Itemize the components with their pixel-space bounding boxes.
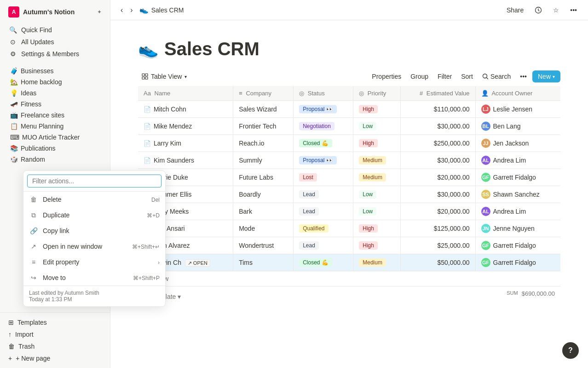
- sidebar-item-settings[interactable]: ⚙ Settings & Members: [3, 48, 107, 60]
- more-options-button[interactable]: •••: [516, 71, 530, 82]
- avatar: GF: [481, 173, 490, 182]
- sidebar-item-muo-tracker[interactable]: ⌨ MUO Article Tracker: [3, 132, 107, 143]
- menu-item-move-to[interactable]: ↪ Move to ⌘+Shift+P: [23, 270, 165, 286]
- cell-status[interactable]: Negotiation: [294, 118, 353, 135]
- share-button[interactable]: Share: [503, 5, 527, 16]
- menu-item-copy-link[interactable]: 🔗 Copy link: [23, 223, 165, 239]
- cell-priority[interactable]: Low: [353, 186, 400, 203]
- edited-by: Last edited by Autumn Smith: [29, 290, 160, 296]
- cell-owner: JJJen Jackson: [475, 135, 560, 152]
- filter-button[interactable]: Filter: [434, 71, 455, 82]
- sidebar-item-trash[interactable]: 🗑 Trash: [3, 340, 107, 352]
- cell-priority[interactable]: High: [353, 135, 400, 152]
- group-button[interactable]: Group: [407, 71, 432, 82]
- menu-item-label: Move to: [43, 274, 66, 281]
- cell-priority[interactable]: Medium: [353, 254, 400, 271]
- favorite-button[interactable]: ☆: [549, 5, 563, 16]
- sidebar-item-publications[interactable]: 📚 Publications: [3, 143, 107, 154]
- cell-value: $30,000.00: [400, 152, 475, 169]
- status-badge: Closed 💪: [299, 139, 332, 147]
- col-company-icon: ≡: [239, 90, 242, 97]
- sidebar-item-menu-planning[interactable]: 📋 Menu Planning: [3, 121, 107, 132]
- workspace-switcher[interactable]: A Autumn's Notion ✦: [3, 4, 107, 20]
- sidebar-item-fitness[interactable]: 🛹 Fitness: [3, 99, 107, 110]
- forward-button[interactable]: ›: [127, 4, 135, 16]
- page-title-emoji: 👟: [138, 40, 159, 59]
- cell-priority[interactable]: Medium: [353, 169, 400, 186]
- company-value: Mode: [239, 225, 255, 232]
- new-record-button[interactable]: New ▾: [532, 70, 560, 82]
- cell-name[interactable]: 📄Mitch Cohn: [138, 101, 233, 118]
- cell-status[interactable]: Closed 💪: [294, 135, 353, 152]
- cell-priority[interactable]: High: [353, 220, 400, 237]
- sort-button[interactable]: Sort: [457, 71, 477, 82]
- cell-priority[interactable]: Low: [353, 203, 400, 220]
- sidebar-item-home-backlog[interactable]: 🏡 Home backlog: [3, 76, 107, 88]
- menu-item-label: Edit property: [43, 258, 79, 266]
- cell-status[interactable]: Lead: [294, 186, 353, 203]
- cell-status[interactable]: Qualified: [294, 220, 353, 237]
- context-menu-items: 🗑 Delete Del ⧉ Duplicate ⌘+D 🔗 Copy link…: [23, 192, 165, 286]
- menu-shortcut: Del: [151, 197, 160, 203]
- sidebar-item-freelance-sites[interactable]: 📺 Freelance sites: [3, 110, 107, 121]
- table-view-button[interactable]: Table View ▾: [138, 71, 190, 82]
- table-row[interactable]: 📄Mitch Cohn Sales Wizard Proposal 👀 High…: [138, 101, 560, 118]
- add-new-row[interactable]: + + New: [138, 271, 560, 286]
- cell-priority[interactable]: High: [353, 101, 400, 118]
- search-label: Search: [490, 73, 511, 80]
- table-row[interactable]: 📄Larry Kim Reach.io Closed 💪 High $250,0…: [138, 135, 560, 152]
- cell-name[interactable]: 📄Mike Mendez: [138, 118, 233, 135]
- cell-status[interactable]: Lead: [294, 203, 353, 220]
- properties-button[interactable]: Properties: [368, 71, 405, 82]
- history-button[interactable]: [531, 5, 546, 16]
- sidebar-item-templates[interactable]: ⊞ Templates: [3, 316, 107, 328]
- cell-name[interactable]: 📄Larry Kim: [138, 135, 233, 152]
- help-button[interactable]: ?: [562, 342, 579, 359]
- cell-name[interactable]: 📄Kim Saunders: [138, 152, 233, 169]
- table-row[interactable]: 📄Mary Meeks Bark Lead Low $20,000.00 ALA…: [138, 203, 560, 220]
- table-row[interactable]: 📄Kim Saunders Summly Proposal 👀 Medium $…: [138, 152, 560, 169]
- sidebar-item-all-updates[interactable]: ⊙ All Updates: [3, 36, 107, 48]
- cell-status[interactable]: Lost: [294, 169, 353, 186]
- table-row[interactable]: 📄Mike Mendez Frontier Tech Negotiation L…: [138, 118, 560, 135]
- menu-shortcut: ⌘+D: [147, 212, 160, 219]
- cell-status[interactable]: Proposal 👀: [294, 101, 353, 118]
- cell-status[interactable]: Closed 💪: [294, 254, 353, 271]
- cell-value: $25,000.00: [400, 237, 475, 254]
- sidebar-item-random[interactable]: 🎲 Random: [3, 154, 107, 165]
- fitness-icon: 🛹: [10, 100, 18, 108]
- sidebar-item-quick-find[interactable]: 🔍 Quick Find: [3, 24, 107, 36]
- more-button[interactable]: •••: [566, 5, 581, 16]
- menu-item-duplicate[interactable]: ⧉ Duplicate ⌘+D: [23, 207, 165, 223]
- cell-priority[interactable]: Medium: [353, 152, 400, 169]
- menu-item-edit-property[interactable]: ≡ Edit property ›: [23, 254, 165, 270]
- menu-item-open-new-window[interactable]: ↗ Open in new window ⌘+Shift+↵: [23, 239, 165, 254]
- status-badge: Proposal 👀: [299, 156, 337, 164]
- search-button[interactable]: Search: [478, 71, 514, 82]
- cell-company: Reach.io: [233, 135, 294, 152]
- sidebar-item-businesses[interactable]: 🧳 Businesses: [3, 65, 107, 76]
- cell-priority[interactable]: Low: [353, 118, 400, 135]
- table-row[interactable]: 📄Edwin Ch ↗ OPEN Tims Closed 💪 Medium $5…: [138, 254, 560, 271]
- cell-status[interactable]: Lead: [294, 237, 353, 254]
- copy-link-icon: 🔗: [29, 226, 38, 235]
- value-amount: $30,000.00: [437, 123, 469, 130]
- table-row[interactable]: 📄Carrie Duke Future Labs Lost Medium $20…: [138, 169, 560, 186]
- cell-company: Mode: [233, 220, 294, 237]
- nav-buttons: ‹ ›: [118, 4, 136, 16]
- table-row[interactable]: 📄Stan Alvarez Wondertrust Lead High $25,…: [138, 237, 560, 254]
- cell-status[interactable]: Proposal 👀: [294, 152, 353, 169]
- filter-actions-input[interactable]: [27, 175, 161, 187]
- col-owner-label: Account Owner: [491, 90, 532, 97]
- sidebar-item-import[interactable]: ↑ Import: [3, 328, 107, 340]
- back-button[interactable]: ‹: [118, 4, 126, 16]
- cell-priority[interactable]: High: [353, 237, 400, 254]
- table-row[interactable]: 📄Summer Ellis Boardly Lead Low $30,000.0…: [138, 186, 560, 203]
- edit-property-icon: ≡: [29, 257, 38, 267]
- sidebar-item-ideas[interactable]: 💡 Ideas: [3, 88, 107, 99]
- menu-item-delete[interactable]: 🗑 Delete Del: [23, 192, 165, 207]
- table-row[interactable]: 📄Shri Ansari Mode Qualified High $125,00…: [138, 220, 560, 237]
- row-doc-icon: 📄: [144, 106, 151, 113]
- new-page-button[interactable]: + + New page: [3, 352, 107, 364]
- sidebar-label-menu-planning: Menu Planning: [21, 123, 63, 130]
